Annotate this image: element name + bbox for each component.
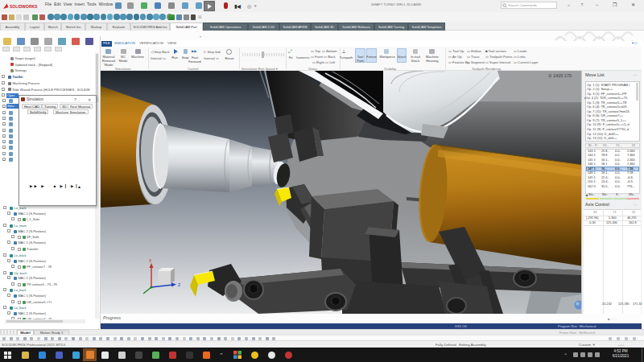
- svg-text:⊙ 1415 170: ⊙ 1415 170: [548, 73, 572, 78]
- svg-text:Z: Z: [178, 282, 180, 287]
- svg-text:SOLIDWORKS: SOLIDWORKS: [10, 4, 38, 9]
